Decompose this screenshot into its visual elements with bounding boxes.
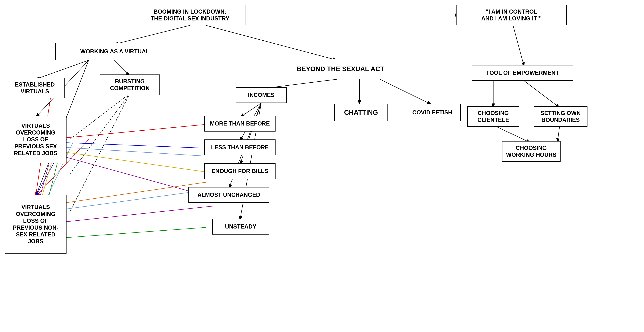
- node-tool-of-empowerment: TOOL OF EMPOWERMENT: [472, 65, 573, 81]
- node-choosing-clientele: CHOOSING CLIENTELE: [467, 106, 520, 127]
- node-enough-for-bills: ENOUGH FOR BILLS: [204, 163, 276, 179]
- node-incomes: INCOMES: [236, 87, 286, 103]
- svg-line-14: [380, 79, 432, 105]
- node-chatting: CHATTING: [334, 104, 388, 121]
- svg-line-8: [114, 25, 190, 44]
- node-working-as-virtual: WORKING AS A VIRTUAL: [56, 43, 174, 60]
- svg-line-44: [65, 206, 214, 222]
- node-covid-fetish: COVID FETISH: [404, 104, 461, 121]
- svg-line-46: [65, 182, 206, 203]
- node-setting-own-boundaries: SETTING OWN BOUNDARIES: [534, 106, 588, 127]
- node-virtuals-overcoming-prev-sex: VIRTUALS OVERCOMING LOSS OF PREVIOUS SEX…: [5, 116, 66, 163]
- node-more-than-before: MORE THAN BEFORE: [204, 116, 276, 132]
- node-choosing-working-hours: CHOOSING WORKING HOURS: [502, 141, 560, 162]
- svg-line-11: [513, 25, 524, 67]
- svg-line-39: [65, 143, 206, 148]
- svg-line-40: [65, 147, 206, 156]
- svg-line-25: [524, 81, 560, 108]
- svg-line-9: [206, 25, 337, 60]
- svg-line-38: [65, 124, 206, 138]
- node-unsteady: UNSTEADY: [212, 219, 269, 234]
- svg-line-41: [65, 152, 206, 172]
- svg-line-42: [65, 157, 206, 196]
- node-i-am-in-control: "I AM IN CONTROL AND I AM LOVING IT!": [456, 5, 567, 25]
- svg-line-43: [65, 227, 206, 238]
- node-bursting-competition: BURSTING COMPETITION: [100, 75, 160, 95]
- node-almost-unchanged: ALMOST UNCHANGED: [188, 187, 269, 203]
- node-beyond-sexual-act: BEYOND THE SEXUAL ACT: [279, 59, 402, 79]
- svg-line-37: [70, 94, 130, 212]
- node-less-than-before: LESS THAN BEFORE: [204, 139, 276, 155]
- svg-line-21: [240, 103, 261, 165]
- svg-line-35: [70, 94, 130, 139]
- node-established-virtuals: ESTABLISHED VIRTUALS: [5, 78, 65, 98]
- svg-line-16: [114, 60, 130, 76]
- node-virtuals-overcoming-prev-nonsex: VIRTUALS OVERCOMING LOSS OF PREVIOUS NON…: [5, 195, 66, 253]
- node-booming: BOOMING IN LOCKDOWN: THE DIGITAL SEX IND…: [134, 5, 246, 25]
- svg-line-36: [70, 94, 130, 174]
- svg-line-19: [240, 103, 261, 117]
- svg-line-45: [65, 190, 206, 209]
- svg-line-15: [36, 60, 89, 79]
- svg-line-26: [493, 125, 530, 143]
- svg-line-27: [558, 125, 560, 143]
